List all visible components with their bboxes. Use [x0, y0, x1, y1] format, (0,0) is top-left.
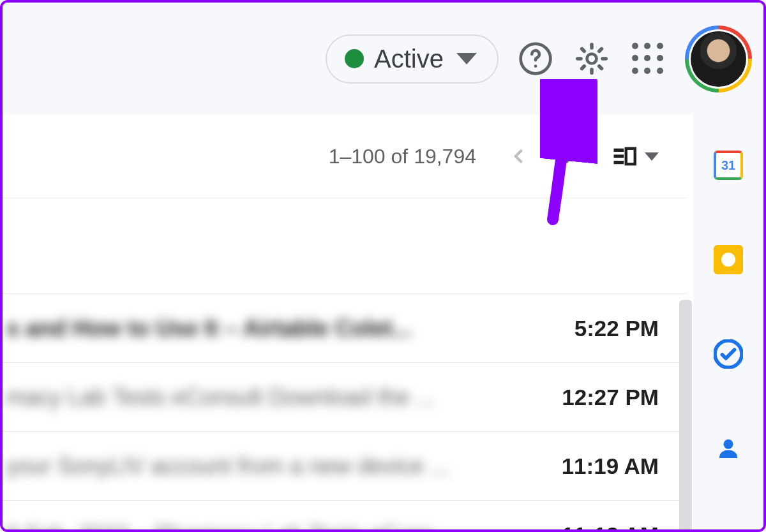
svg-rect-6	[626, 149, 635, 165]
settings-gear-icon[interactable]	[573, 40, 611, 78]
split-pane-toggle[interactable]	[612, 143, 659, 170]
email-row[interactable]: your SonyLIV account from a new device .…	[3, 432, 687, 501]
chevron-down-icon	[645, 152, 659, 161]
page-counter: 1–100 of 19,794	[329, 145, 476, 168]
header-bar: Active	[3, 3, 763, 115]
next-page-button[interactable]	[553, 140, 586, 173]
keep-app-icon[interactable]	[712, 244, 744, 276]
email-subject: your SonyLIV account from a new device .…	[3, 453, 449, 480]
svg-point-2	[587, 54, 597, 64]
status-dot-icon	[345, 49, 364, 68]
email-subject: 6 Feb, 2023 – Pharmacy Lab Tests eCons	[3, 522, 435, 532]
email-time: 5:22 PM	[559, 316, 659, 341]
calendar-app-icon[interactable]: 31	[712, 149, 744, 181]
content-pane: 1–100 of 19,794 s and How to Use It	[3, 115, 687, 529]
apps-grid-icon[interactable]	[629, 40, 667, 78]
list-toolbar: 1–100 of 19,794	[3, 115, 687, 198]
email-time: 11:19 AM	[546, 454, 659, 479]
side-panel: 31	[693, 115, 763, 529]
prev-page-button[interactable]	[502, 140, 535, 173]
tasks-app-icon[interactable]	[712, 338, 744, 370]
email-time: 12:27 PM	[546, 385, 659, 410]
scrollbar[interactable]	[679, 300, 692, 532]
contacts-app-icon[interactable]	[712, 432, 744, 464]
status-chip[interactable]: Active	[326, 34, 499, 84]
status-label: Active	[374, 45, 444, 73]
email-row[interactable]: macy Lab Tests eConsult Download the ...…	[3, 363, 687, 432]
email-subject: s and How to Use It – Airtable Colet...	[3, 315, 412, 342]
email-subject: macy Lab Tests eConsult Download the ...	[3, 384, 435, 411]
email-row[interactable]: s and How to Use It – Airtable Colet... …	[3, 294, 687, 363]
svg-rect-3	[614, 149, 624, 152]
svg-point-1	[534, 64, 537, 68]
help-icon[interactable]	[516, 40, 555, 78]
svg-rect-5	[614, 161, 624, 164]
list-spacer	[3, 198, 687, 294]
svg-point-8	[724, 440, 733, 449]
email-time: 11:13 AM	[546, 522, 659, 532]
email-list: s and How to Use It – Airtable Colet... …	[3, 198, 687, 532]
account-avatar[interactable]	[685, 26, 752, 92]
svg-rect-4	[614, 154, 624, 158]
main-area: 1–100 of 19,794 s and How to Use It	[3, 115, 763, 529]
chevron-down-icon	[456, 53, 477, 64]
email-row[interactable]: 6 Feb, 2023 – Pharmacy Lab Tests eCons 1…	[3, 501, 687, 532]
